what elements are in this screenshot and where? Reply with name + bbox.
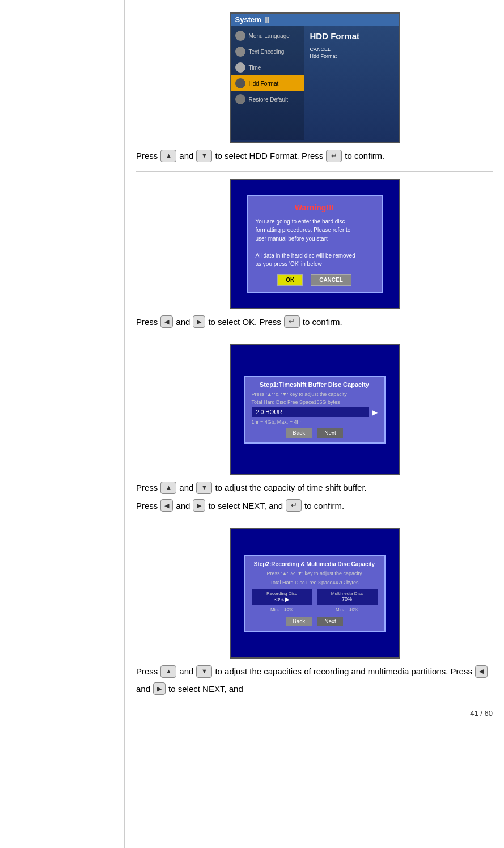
up-button-1[interactable]: ▲ — [160, 150, 176, 162]
timeshift-instruction-1: Press ▲ and ▼ to adjust the capacity of … — [136, 480, 493, 495]
screenshot-recording: Step2:Recording & Multimedia Disc Capaci… — [136, 528, 493, 659]
timeshift-back-button[interactable]: Back — [286, 428, 312, 438]
and-label-4: and — [176, 499, 190, 513]
menu-time-icon — [235, 62, 245, 73]
timeshift-adjust-text: to adjust the capacity of time shift buf… — [215, 480, 366, 495]
enter-button-2[interactable]: ↵ — [284, 315, 300, 328]
screenshot-timeshift: Step1:Timeshift Buffer Disc Capacity Pre… — [136, 344, 493, 475]
and-label-2: and — [176, 315, 190, 330]
multimedia-disc-label: Multimedia Disc — [320, 591, 374, 596]
menu-enc-icon — [235, 47, 245, 57]
left-margin — [0, 0, 125, 848]
hdd-menu-item-time[interactable]: Time — [231, 60, 304, 75]
hdd-instruction: Press ▲ and ▼ to select HDD Format. Pres… — [136, 149, 493, 163]
recording-next-button[interactable]: Next — [317, 617, 343, 626]
page-number: 41 / 60 — [136, 704, 493, 718]
timeshift-row: 2.0 HOUR ▶ — [252, 407, 378, 417]
press-label-4: Press — [136, 499, 158, 513]
hdd-detail-cancel: CANCEL — [310, 47, 331, 52]
recording-min2: Min. = 10% — [317, 607, 378, 612]
and-label-5: and — [179, 664, 193, 679]
left-button-1[interactable]: ◀ — [160, 315, 173, 328]
down-button-3[interactable]: ▼ — [196, 665, 212, 678]
left-button-3[interactable]: ◀ — [475, 665, 488, 678]
warning-confirm-text: to confirm. — [303, 315, 342, 330]
hdd-menu-item-hddformat[interactable]: Hdd Format — [231, 75, 304, 91]
timeshift-buttons: Back Next — [252, 428, 378, 438]
warning-box: Warning!!! You are going to enter the ha… — [247, 195, 383, 293]
recording-disc-row: Recording Disc 30% ▶ Multimedia Disc 70% — [252, 589, 378, 605]
press-label-1: Press — [136, 149, 158, 163]
recording-info2: Total Hard Disc Free Space447G bytes — [252, 580, 378, 585]
hdd-title: System — [235, 15, 261, 24]
hdd-menu-list: Menu Language Text Encoding Time — [231, 26, 304, 140]
hdd-detail-title: HDD Format — [310, 31, 360, 41]
warning-line2: formatting procedures. Please refer to — [256, 226, 374, 234]
timeshift-value: 2.0 HOUR — [252, 407, 369, 417]
press-label-5: Press — [136, 664, 158, 679]
timeshift-next-text: to select NEXT, and — [208, 499, 283, 513]
warning-select-text: to select OK. Press — [208, 315, 281, 330]
hdd-menu-tabs: ||| — [265, 16, 269, 23]
multimedia-disc-cell: Multimedia Disc 70% — [317, 589, 378, 605]
hdd-instruction-text: to select HDD Format. Press — [215, 149, 323, 163]
menu-hdd-icon — [235, 78, 245, 88]
hdd-confirm-text: to confirm. — [345, 149, 384, 163]
hdd-title-bar: System ||| — [231, 14, 399, 26]
hdd-menu-item-restore[interactable]: Restore Default — [231, 91, 304, 107]
warning-ok-button[interactable]: OK — [277, 274, 303, 286]
warning-line4: All data in the hard disc will be remove… — [256, 251, 374, 260]
hdd-detail-sub: Hdd Format — [310, 53, 337, 59]
screenshot-warning: Warning!!! You are going to enter the ha… — [136, 179, 493, 309]
warning-title: Warning!!! — [256, 202, 374, 214]
recording-screen: Step2:Recording & Multimedia Disc Capaci… — [230, 528, 400, 659]
recording-arrow: ▶ — [285, 596, 290, 602]
hdd-menu-item-language[interactable]: Menu Language — [231, 28, 304, 44]
timeshift-hint: 1hr = 4Gb, Max. = 4hr — [252, 419, 378, 425]
up-button-3[interactable]: ▲ — [160, 665, 176, 678]
press-label-2: Press — [136, 315, 158, 330]
recording-next-text: to select NEXT, and — [168, 682, 243, 697]
warning-screen: Warning!!! You are going to enter the ha… — [230, 179, 400, 309]
timeshift-screen: Step1:Timeshift Buffer Disc Capacity Pre… — [230, 344, 400, 475]
recording-buttons: Back Next — [252, 617, 378, 626]
timeshift-next-button[interactable]: Next — [317, 428, 343, 438]
down-button-1[interactable]: ▼ — [196, 150, 212, 162]
menu-lang-icon — [235, 31, 245, 41]
hdd-detail-panel: HDD Format CANCEL Hdd Format — [304, 26, 399, 140]
recording-disc-label: Recording Disc — [255, 591, 309, 596]
recording-min1: Min. = 10% — [252, 607, 312, 612]
right-button-2[interactable]: ▶ — [193, 499, 205, 512]
timeshift-info2: Total Hard Disc Free Space155G bytes — [252, 399, 378, 405]
right-button-3[interactable]: ▶ — [153, 682, 166, 695]
recording-back-button[interactable]: Back — [286, 617, 312, 626]
left-button-2[interactable]: ◀ — [160, 499, 173, 512]
press-label-3: Press — [136, 480, 158, 495]
recording-title: Step2:Recording & Multimedia Disc Capaci… — [252, 561, 378, 567]
section-warning: Warning!!! You are going to enter the ha… — [136, 172, 493, 338]
up-button-2[interactable]: ▲ — [160, 482, 176, 494]
timeshift-info1: Press '▲' '&' '▼' key to adjust the capa… — [252, 391, 378, 397]
enter-button-3[interactable]: ↵ — [286, 499, 302, 512]
and-label-6: and — [136, 682, 150, 697]
right-button-1[interactable]: ▶ — [193, 315, 205, 328]
recording-disc-cell: Recording Disc 30% ▶ — [252, 589, 312, 605]
and-label-1: and — [179, 149, 193, 163]
timeshift-arrow: ▶ — [372, 408, 378, 416]
hdd-content-area: Menu Language Text Encoding Time — [231, 26, 399, 140]
warning-line1: You are going to enter the hard disc — [256, 217, 374, 226]
screenshot-hdd: System ||| Menu Language — [136, 12, 493, 143]
timeshift-instruction-2: Press ◀ and ▶ to select NEXT, and ↵ to c… — [136, 499, 493, 513]
enter-button-1[interactable]: ↵ — [326, 150, 342, 162]
recording-hint-row: Min. = 10% Min. = 10% — [252, 607, 378, 612]
down-button-2[interactable]: ▼ — [196, 482, 212, 494]
main-content: System ||| Menu Language — [125, 0, 504, 848]
hdd-menu-item-encoding[interactable]: Text Encoding — [231, 44, 304, 60]
warning-buttons: OK CANCEL — [256, 274, 374, 286]
multimedia-disc-pct: 70% — [342, 596, 352, 602]
timeshift-title: Step1:Timeshift Buffer Disc Capacity — [252, 381, 378, 388]
warning-line3: user manual before you start — [256, 234, 374, 243]
warning-cancel-button[interactable]: CANCEL — [311, 274, 351, 286]
section-hdd-format: System ||| Menu Language — [136, 6, 493, 172]
page-container: System ||| Menu Language — [0, 0, 504, 848]
